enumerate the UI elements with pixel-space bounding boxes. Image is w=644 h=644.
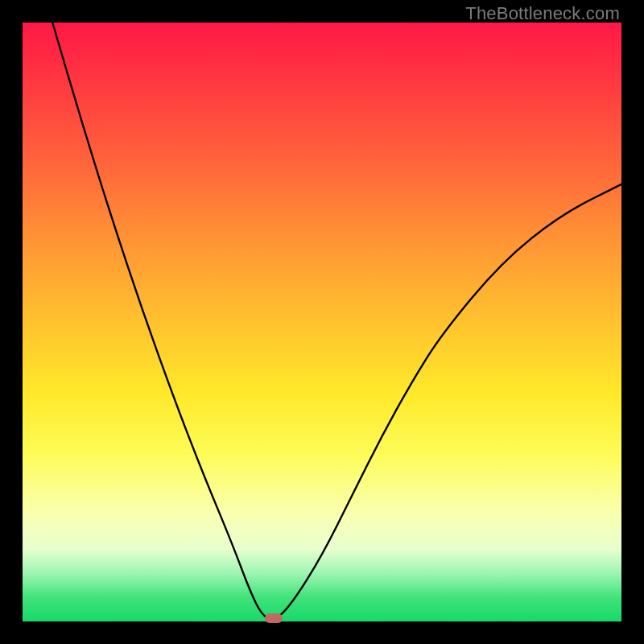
curve-svg	[23, 23, 621, 621]
chart-container: TheBottleneck.com	[0, 0, 644, 644]
watermark-text: TheBottleneck.com	[465, 3, 620, 24]
optimal-marker	[265, 613, 283, 623]
plot-area	[23, 23, 621, 621]
bottleneck-curve	[52, 23, 621, 619]
